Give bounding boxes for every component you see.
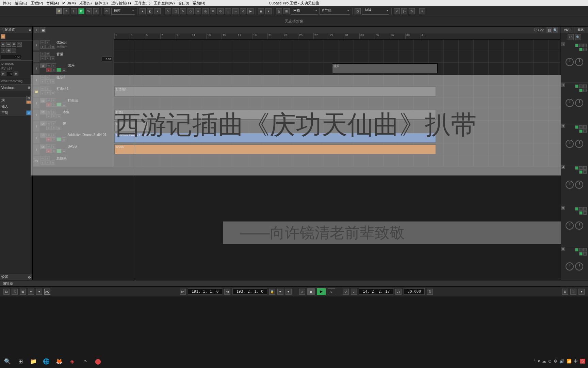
firefox-icon[interactable]: 🦊	[54, 356, 64, 366]
slot-power[interactable]	[575, 248, 578, 251]
quantize-select[interactable]: 1/64	[362, 8, 389, 15]
track-lane[interactable]: 弦乐	[114, 63, 560, 74]
task-view-icon[interactable]: ⊞	[16, 356, 25, 366]
slot-r[interactable]	[579, 89, 583, 92]
slot-opt[interactable]	[583, 207, 587, 211]
tp-r3[interactable]: ▾	[578, 289, 585, 295]
track-w-button[interactable]: W	[62, 68, 66, 72]
slot-power[interactable]	[575, 125, 578, 129]
comp-tool[interactable]: ⋮	[225, 8, 231, 14]
menu-help[interactable]: 帮助(H)	[191, 1, 207, 6]
lock-icon[interactable]: 🔒	[269, 289, 275, 295]
slot-w[interactable]	[583, 48, 587, 51]
track-e-button[interactable]: e	[40, 56, 45, 60]
clip[interactable]: 弦乐	[332, 63, 438, 73]
tray-icon-2[interactable]: ☁	[542, 359, 546, 364]
rack-add-icon[interactable]: +♫	[568, 34, 574, 40]
slot-w[interactable]	[583, 170, 587, 174]
track-w-button[interactable]: W	[50, 56, 55, 60]
snap-toggle[interactable]: ⊵	[276, 8, 282, 14]
tp-r1[interactable]: ⊞	[562, 289, 568, 295]
search-icon[interactable]: 🔍	[3, 356, 12, 366]
knob-1[interactable]	[566, 262, 574, 271]
slot-w[interactable]	[583, 252, 587, 256]
visibility-header[interactable]: 可见通道 ≡	[0, 27, 32, 33]
tb-extra-4[interactable]: ≡	[419, 8, 425, 14]
tempo-icon[interactable]: ♩↕	[395, 289, 402, 295]
slot-edit[interactable]	[579, 207, 583, 211]
add-track-button[interactable]: +	[34, 27, 39, 33]
media-tab[interactable]: 媒体	[574, 27, 588, 33]
cubase-icon[interactable]: ◈	[67, 356, 77, 366]
track-R-button[interactable]: R	[40, 52, 45, 56]
track-row[interactable]: ⦀3ms●⊙RW弦乐弦乐	[33, 63, 560, 74]
vsti-slot[interactable]: 3	[560, 123, 588, 164]
tp-d2[interactable]: ▾	[285, 289, 292, 295]
slot-power[interactable]	[575, 166, 578, 170]
track-search-button[interactable]: 🔍	[553, 27, 558, 33]
menu-score[interactable]: 乐谱(S)	[78, 1, 93, 6]
aq-button[interactable]: AQ	[44, 289, 50, 295]
line-tool[interactable]: ↗	[240, 8, 246, 14]
listen-button[interactable]: L	[71, 8, 77, 14]
vsti-tab[interactable]: VSTi	[560, 27, 574, 33]
tray-s-icon[interactable]: S	[580, 359, 585, 364]
slot-opt[interactable]	[583, 85, 587, 88]
cycle-button[interactable]: ⊃	[299, 289, 305, 295]
track-name[interactable]: 音量	[56, 52, 113, 57]
track-W-button[interactable]: W	[45, 52, 50, 56]
lp-loop[interactable]: ↻	[17, 42, 22, 47]
tb-extra-2[interactable]: ▷	[401, 8, 407, 14]
slot-opt[interactable]	[583, 248, 587, 251]
tray-icon-3[interactable]: ⊙	[548, 359, 552, 364]
tp-1[interactable]: ⊡	[3, 289, 10, 295]
color-tool[interactable]: ◉	[258, 8, 264, 14]
track-row[interactable]: RWeRW音量0.00	[33, 51, 560, 63]
insert-row[interactable]: 插入	[0, 104, 32, 110]
menu-project[interactable]: 工程(P)	[29, 1, 45, 6]
record-app-icon[interactable]: ⬤	[93, 356, 103, 366]
marker-right-icon[interactable]: ⧏	[224, 289, 230, 295]
knob-2[interactable]	[575, 221, 583, 230]
knob-2[interactable]	[575, 181, 583, 189]
menu-midi[interactable]: MIDI(M)	[61, 1, 77, 5]
tray-up-icon[interactable]: ^	[534, 359, 536, 364]
rewind-button[interactable]: ↺	[343, 289, 349, 295]
vsti-slot[interactable]: 1	[560, 42, 588, 82]
slot-power[interactable]	[575, 44, 578, 47]
tempo-up[interactable]: ⇅	[427, 289, 433, 295]
menu-file[interactable]: 件(F)	[1, 1, 13, 6]
lp-div[interactable]: ⊟	[14, 72, 18, 76]
lp-ch-num[interactable]: 1	[6, 72, 13, 76]
time-display[interactable]: 14. 2. 2. 17	[359, 288, 393, 295]
tray-volume-icon[interactable]: 🔊	[559, 359, 565, 364]
beat-select[interactable]: # 节拍	[320, 8, 350, 15]
slot-opt[interactable]	[583, 166, 587, 170]
warp-tool[interactable]: ⤳	[232, 8, 239, 14]
track-s-button[interactable]: s	[45, 40, 50, 44]
track-mon-button[interactable]: ⊙	[51, 68, 56, 72]
tb-extra-3[interactable]: ↻	[409, 8, 415, 14]
vsti-slot[interactable]: 2	[560, 82, 588, 123]
knob-1[interactable]	[566, 99, 574, 107]
track-s-button[interactable]: s	[51, 63, 56, 67]
tb-extra-1[interactable]: ↗	[394, 8, 400, 14]
slot-opt[interactable]	[583, 44, 587, 47]
split-tool[interactable]: ✂	[195, 8, 201, 14]
track-e-button[interactable]: e	[40, 45, 45, 49]
slot-r[interactable]	[579, 48, 583, 51]
menu-edit[interactable]: 编辑(E)	[13, 1, 29, 6]
menu-audio[interactable]: 音频(A)	[45, 1, 60, 6]
track-m-button[interactable]: m	[40, 40, 45, 44]
slot-r[interactable]	[579, 129, 583, 133]
knob-1[interactable]	[566, 58, 574, 66]
snap-type-icon[interactable]: ⊞	[283, 8, 290, 14]
range-tool[interactable]: ⌷	[173, 8, 179, 14]
gear-icon[interactable]: ⚙	[28, 275, 31, 279]
track-value[interactable]: 0.00	[102, 57, 112, 61]
tp-4[interactable]: ●	[28, 289, 34, 295]
tp-3[interactable]: ⊞	[20, 289, 26, 295]
insert-header[interactable]: 演 ⊟ e	[0, 97, 32, 104]
tool-dropdown[interactable]: ▾	[154, 8, 161, 14]
slot-power[interactable]	[575, 85, 578, 88]
